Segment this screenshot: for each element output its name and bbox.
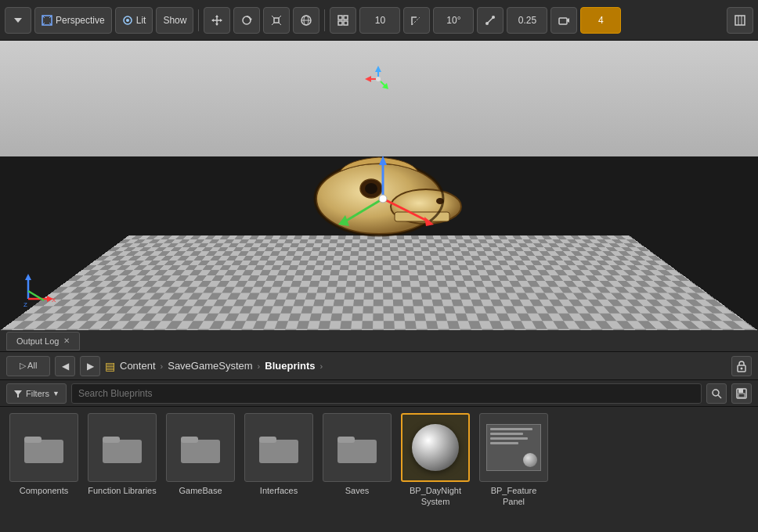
asset-interfaces-label: Interfaces	[260, 485, 298, 496]
lit-label: Lit	[136, 15, 146, 26]
svg-marker-37	[375, 66, 381, 72]
breadcrumb-savegamesystem[interactable]: SaveGameSystem	[168, 360, 252, 372]
svg-rect-74	[103, 440, 142, 463]
output-log-tab: Output Log ✕	[0, 330, 758, 352]
output-log-close[interactable]: ✕	[63, 336, 70, 345]
svg-rect-80	[337, 440, 377, 463]
svg-line-68	[718, 395, 721, 398]
svg-rect-25	[344, 16, 348, 20]
svg-rect-71	[738, 394, 745, 397]
svg-marker-58	[25, 274, 31, 280]
filter-dropdown-icon: ▼	[52, 390, 60, 397]
feature-panel-image	[486, 424, 541, 471]
search-button[interactable]	[706, 383, 727, 404]
save-all-button[interactable]: ▷ All	[6, 356, 50, 376]
svg-line-19	[272, 23, 274, 25]
svg-rect-27	[344, 21, 348, 25]
bottom-panel: Output Log ✕ ▷ All ◀ ▶ ▤ Content › SaveG…	[0, 330, 758, 532]
svg-rect-24	[338, 16, 342, 20]
maximize-button[interactable]	[727, 7, 753, 34]
asset-interfaces[interactable]: Interfaces	[244, 413, 313, 496]
filters-label: Filters	[26, 389, 49, 398]
lit-button[interactable]: Lit	[115, 7, 153, 34]
svg-rect-81	[337, 437, 355, 443]
folder-icon: ▤	[105, 360, 115, 372]
asset-saves[interactable]: Saves	[323, 413, 392, 496]
bp-daynight-sphere	[412, 424, 459, 471]
asset-function-libraries-thumb	[88, 413, 157, 482]
svg-rect-26	[338, 21, 342, 25]
snap-button[interactable]	[330, 7, 356, 34]
asset-bp-feature-panel[interactable]: BP_Feature Panel	[479, 413, 548, 508]
world-button[interactable]	[293, 7, 319, 34]
viewport-menu-button[interactable]	[5, 7, 31, 34]
output-log-label: Output Log	[16, 336, 59, 346]
svg-rect-70	[738, 389, 743, 393]
asset-saves-label: Saves	[345, 485, 370, 496]
camera-speed-value: 4	[598, 15, 604, 26]
svg-rect-72	[24, 440, 63, 463]
svg-rect-31	[559, 18, 567, 24]
forward-button[interactable]: ▶	[80, 356, 100, 376]
forward-icon: ▶	[87, 361, 94, 372]
svg-point-67	[713, 390, 719, 396]
filter-button[interactable]: Filters ▼	[6, 383, 67, 404]
save-search-button[interactable]	[731, 383, 752, 404]
asset-components-label: Components	[20, 485, 68, 496]
svg-point-42	[376, 77, 381, 81]
viewport-toolbar: Perspective Lit Show 10 10° 0.25	[0, 0, 758, 41]
3d-viewport[interactable]: Z X	[0, 41, 758, 330]
svg-marker-12	[211, 19, 214, 22]
feature-panel-sphere	[523, 453, 537, 467]
viewport-sky	[0, 41, 758, 156]
svg-marker-13	[220, 19, 222, 22]
angle-snap-button[interactable]	[403, 7, 430, 34]
lock-button[interactable]	[731, 356, 752, 376]
translate-button[interactable]	[204, 7, 230, 34]
svg-rect-78	[259, 440, 298, 463]
scale-value[interactable]: 0.25	[507, 7, 547, 34]
show-label: Show	[163, 15, 186, 26]
search-input[interactable]	[71, 383, 702, 404]
svg-text:Z: Z	[23, 301, 27, 308]
svg-rect-16	[274, 18, 279, 23]
asset-saves-thumb	[323, 413, 392, 482]
scale-button[interactable]	[263, 7, 290, 34]
asset-bp-daynight-label: BP_DayNight System	[401, 485, 470, 508]
asset-gamebase-label: GameBase	[179, 485, 222, 496]
perspective-button[interactable]: Perspective	[34, 7, 112, 34]
svg-line-17	[272, 16, 274, 18]
asset-gamebase[interactable]: GameBase	[166, 413, 235, 496]
asset-bp-feature-panel-label: BP_Feature Panel	[479, 485, 548, 508]
show-button[interactable]: Show	[156, 7, 193, 34]
output-log-tab-item[interactable]: Output Log ✕	[6, 332, 80, 350]
asset-bp-daynight[interactable]: BP_DayNight System	[401, 413, 470, 508]
breadcrumb-arrow-3: ›	[320, 361, 323, 371]
asset-function-libraries[interactable]: Function Libraries	[88, 413, 157, 496]
camera-button[interactable]	[550, 7, 577, 34]
separator-1	[198, 9, 199, 31]
svg-marker-0	[14, 18, 22, 23]
svg-point-56	[379, 195, 387, 203]
svg-line-20	[279, 23, 281, 25]
breadcrumb-content[interactable]: Content	[120, 360, 156, 372]
svg-point-29	[485, 22, 489, 25]
breadcrumb-arrow-1: ›	[161, 361, 164, 371]
svg-marker-66	[14, 390, 22, 397]
svg-rect-76	[181, 440, 220, 463]
search-bar: Filters ▼	[0, 380, 758, 407]
grid-size-value: 10	[375, 15, 385, 26]
angle-value[interactable]: 10°	[433, 7, 474, 34]
assets-area: Components Function Libraries	[0, 407, 758, 532]
camera-speed-button[interactable]: 4	[580, 7, 621, 34]
back-button[interactable]: ◀	[55, 356, 75, 376]
breadcrumb-bar: ▷ All ◀ ▶ ▤ Content › SaveGameSystem › B…	[0, 352, 758, 380]
grid-size-button[interactable]: 10	[359, 7, 400, 34]
svg-rect-79	[259, 437, 276, 443]
scale-snap-button[interactable]	[477, 7, 504, 34]
asset-components[interactable]: Components	[9, 413, 78, 496]
3d-object	[301, 148, 457, 242]
content-browser: ▷ All ◀ ▶ ▤ Content › SaveGameSystem › B…	[0, 352, 758, 532]
rotate-button[interactable]	[233, 7, 260, 34]
breadcrumb-blueprints[interactable]: Blueprints	[265, 360, 315, 372]
